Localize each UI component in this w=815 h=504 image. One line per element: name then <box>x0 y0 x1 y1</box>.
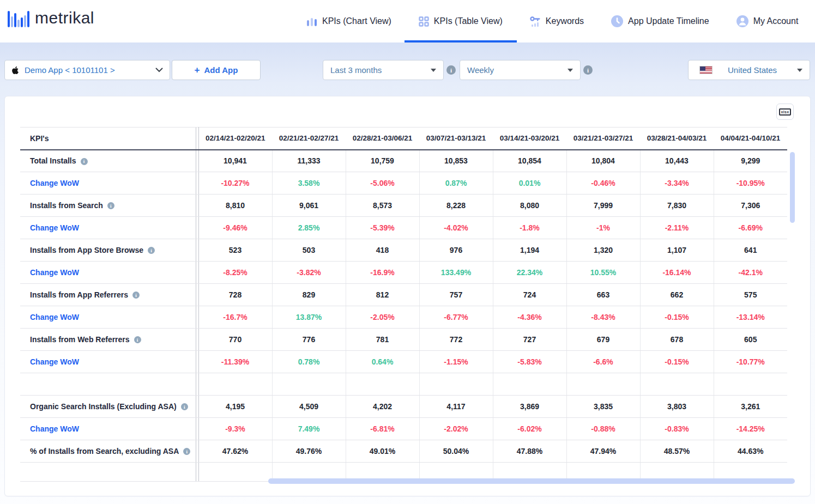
key-icon <box>530 16 541 27</box>
info-icon[interactable]: i <box>107 202 114 209</box>
app-root: metrikal KPIs (Chart View) <box>0 0 815 504</box>
kpi-table-card: xlsx KPI's 02/14/21-02/20/2102/21/21-02/… <box>4 96 811 496</box>
caret-down-icon <box>568 69 573 72</box>
kpi-value-cell: 663 <box>566 284 640 306</box>
kpi-label: Installs from App Store Browsei <box>20 239 196 262</box>
xlsx-export-button[interactable]: xlsx <box>776 104 794 120</box>
horizontal-scrollbar[interactable] <box>268 478 795 484</box>
kpi-value-cell: 49.76% <box>272 440 346 463</box>
user-icon <box>736 15 748 27</box>
change-value-cell: 22.34% <box>493 262 566 284</box>
change-value-cell: 2.85% <box>272 217 346 239</box>
change-value-cell: 10.55% <box>566 262 640 284</box>
country-value: United States <box>728 65 777 75</box>
table-row: Change WoW-9.3%7.49%-6.81%-2.02%-6.02%-0… <box>20 418 787 440</box>
tab-kpis-table-view[interactable]: KPIs (Table View) <box>419 0 503 42</box>
kpi-value-cell: 812 <box>346 284 419 306</box>
table-row: Installs from App Store Browsei523503418… <box>20 239 787 262</box>
change-value-cell: -1.15% <box>419 351 493 373</box>
tab-my-account[interactable]: My Account <box>736 0 799 42</box>
info-icon[interactable]: i <box>183 448 190 455</box>
brand-name: metrikal <box>35 9 94 27</box>
kpi-value-cell: 605 <box>714 329 787 351</box>
change-wow-label[interactable]: Change WoW <box>20 418 196 440</box>
top-navigation-bar: metrikal KPIs (Chart View) <box>0 0 815 42</box>
kpi-value-cell <box>419 373 493 396</box>
change-value-cell: -16.7% <box>198 306 272 329</box>
row-label-text: % of Installs from Search, excluding ASA <box>30 447 179 456</box>
grid-icon <box>419 16 429 27</box>
kpi-value-cell: 10,804 <box>566 150 640 172</box>
info-icon[interactable]: i <box>132 292 140 299</box>
info-icon[interactable]: i <box>181 403 188 410</box>
bar-chart-icon <box>306 16 317 26</box>
add-app-label: Add App <box>204 65 238 75</box>
kpi-value-cell: 503 <box>272 239 346 262</box>
change-value-cell: -1.8% <box>493 217 566 239</box>
app-selector-dropdown[interactable]: Demo App < 10101101 > <box>4 60 170 80</box>
change-value-cell: -5.83% <box>493 351 566 373</box>
change-value-cell: 133.49% <box>419 262 493 284</box>
info-icon[interactable]: i <box>134 336 141 343</box>
tab-keywords[interactable]: Keywords <box>530 0 584 42</box>
brand-logo[interactable]: metrikal <box>8 9 94 27</box>
kpi-value-cell: 976 <box>419 239 493 262</box>
table-row: Change WoW-16.7%13.87%-2.05%-6.77%-4.36%… <box>20 306 787 329</box>
change-value-cell: -2.02% <box>419 418 493 440</box>
granularity-dropdown[interactable]: Weekly <box>460 60 581 80</box>
change-wow-label[interactable]: Change WoW <box>20 262 196 284</box>
table-row: Installs from Web Referrersi770776781772… <box>20 329 787 351</box>
change-wow-label[interactable]: Change WoW <box>20 306 196 329</box>
kpi-value-cell: 757 <box>419 284 493 306</box>
kpi-value-cell <box>640 373 714 396</box>
kpi-label: Total Installsi <box>20 150 196 172</box>
kpi-value-cell: 523 <box>198 239 272 262</box>
change-value-cell: -2.05% <box>346 306 419 329</box>
change-value-cell: -0.15% <box>640 306 714 329</box>
change-value-cell: 3.58% <box>272 172 346 195</box>
kpi-value-cell: 48.57% <box>640 440 714 463</box>
change-value-cell: -10.95% <box>714 172 787 195</box>
date-column-header: 04/04/21-04/10/21 <box>714 127 787 150</box>
caret-down-icon <box>431 69 436 72</box>
change-value-cell: 7.49% <box>272 418 346 440</box>
kpi-value-cell: 679 <box>566 329 640 351</box>
kpi-value-cell: 47.94% <box>566 440 640 463</box>
kpi-value-cell: 7,830 <box>640 195 714 217</box>
vertical-scrollbar[interactable] <box>790 152 795 223</box>
kpi-value-cell: 50.04% <box>419 440 493 463</box>
kpi-value-cell: 47.88% <box>493 440 566 463</box>
change-value-cell: -6.77% <box>419 306 493 329</box>
kpi-value-cell <box>493 373 566 396</box>
change-value-cell: -8.43% <box>566 306 640 329</box>
info-icon[interactable]: i <box>81 158 88 165</box>
info-icon[interactable]: i <box>583 65 593 75</box>
kpi-value-cell: 11,333 <box>272 150 346 172</box>
change-value-cell: -6.81% <box>346 418 419 440</box>
date-column-header: 03/21/21-03/27/21 <box>566 127 640 150</box>
kpi-value-cell: 47.62% <box>198 440 272 463</box>
country-dropdown[interactable]: United States <box>688 60 810 80</box>
change-wow-label[interactable]: Change WoW <box>20 351 196 373</box>
kpi-table-body: Total Installsi10,94111,33310,75910,8531… <box>20 150 787 482</box>
tab-kpis-chart-view[interactable]: KPIs (Chart View) <box>306 0 391 42</box>
info-icon[interactable]: i <box>148 247 155 254</box>
kpi-label <box>20 373 196 396</box>
kpi-value-cell: 9,299 <box>714 150 787 172</box>
change-value-cell: -16.14% <box>640 262 714 284</box>
date-range-dropdown[interactable]: Last 3 months <box>323 60 444 80</box>
row-label-text: Installs from App Referrers <box>30 290 128 299</box>
change-value-cell: -1% <box>566 217 640 239</box>
main-nav: KPIs (Chart View) KPIs (Table View) <box>306 0 798 42</box>
tab-app-update-timeline[interactable]: App Update Timeline <box>611 0 709 42</box>
change-value-cell: -5.06% <box>346 172 419 195</box>
change-wow-label[interactable]: Change WoW <box>20 217 196 239</box>
info-icon[interactable]: i <box>446 65 456 75</box>
change-wow-label[interactable]: Change WoW <box>20 172 196 195</box>
tab-label: KPIs (Table View) <box>434 16 503 26</box>
kpi-value-cell: 3,869 <box>493 396 566 418</box>
table-row: Organic Search Installs (Excluding ASA)i… <box>20 396 787 418</box>
add-app-button[interactable]: + Add App <box>172 60 261 80</box>
tab-label: Keywords <box>546 16 584 26</box>
change-value-cell: -8.25% <box>198 262 272 284</box>
